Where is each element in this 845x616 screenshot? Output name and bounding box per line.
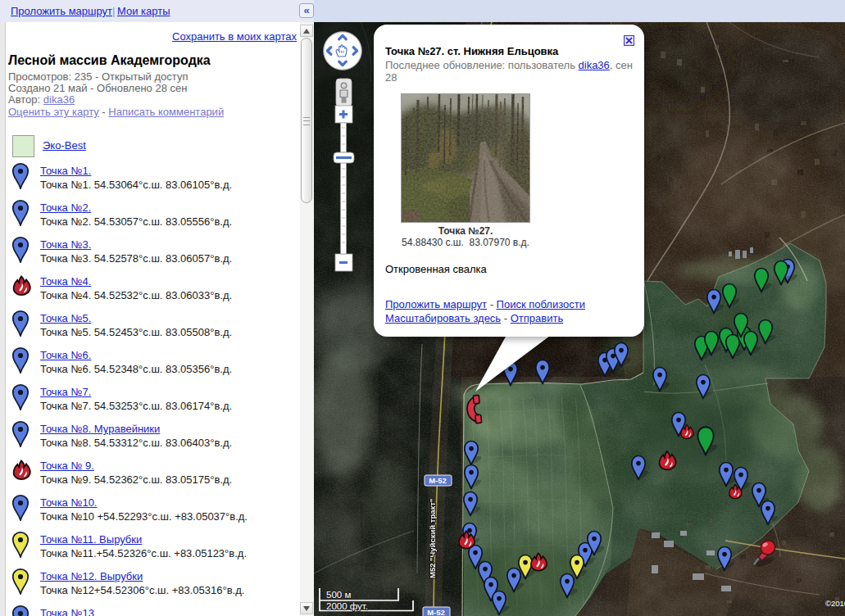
svg-text:2000 фут.: 2000 фут.	[326, 601, 368, 611]
svg-text:М-52: М-52	[427, 608, 445, 616]
svg-text:М-52: М-52	[429, 476, 447, 485]
svg-text:©2010: ©2010	[825, 599, 845, 608]
svg-text:М52 "Чуйский тракт": М52 "Чуйский тракт"	[428, 499, 437, 578]
svg-text:500 м: 500 м	[326, 590, 351, 600]
